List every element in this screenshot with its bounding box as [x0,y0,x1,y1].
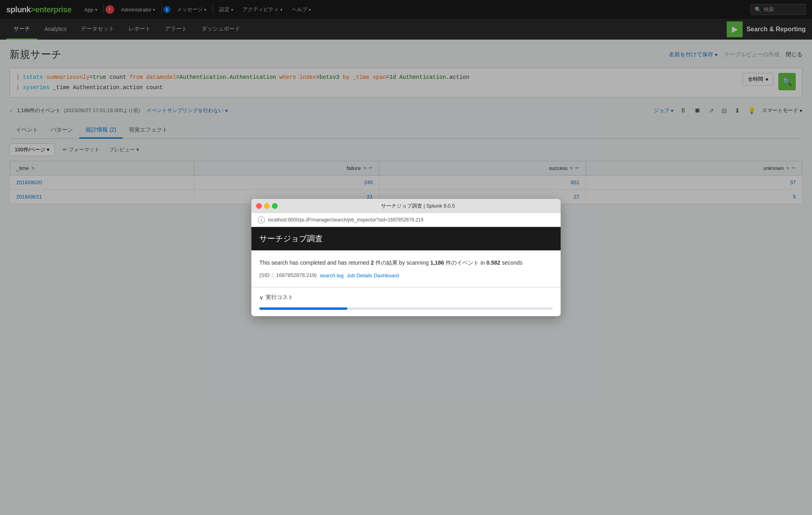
url-info-icon: i [258,216,265,223]
modal-execution-cost: ∨ 実行コスト [251,287,561,316]
modal-titlebar: サーチジョブ調査 | Splunk 9.0.5 [251,199,561,213]
modal-content: This search has completed and has return… [251,250,561,287]
progress-bar [259,307,553,310]
modal-close-button[interactable] [256,203,262,209]
modal-window: サーチジョブ調査 | Splunk 9.0.5 i localhost:8000… [251,199,561,316]
modal-title: サーチジョブ調査 | Splunk 9.0.5 [280,202,556,210]
modal-header: サーチジョブ調査 [251,227,561,250]
search-log-link[interactable]: search.log [320,273,344,278]
modal-maximize-button[interactable] [272,203,278,209]
modal-minimize-button[interactable] [264,203,270,209]
modal-url-bar: i localhost:8000/ja-JP/manager/search/jo… [251,213,561,227]
modal-url-text: localhost:8000/ja-JP/manager/search/job_… [268,217,423,223]
job-details-link[interactable]: Job Details Dashboard [347,273,399,278]
progress-fill [259,307,347,310]
execution-cost-toggle[interactable]: ∨ 実行コスト [259,294,553,301]
modal-sid-line: (SID： 1687852878.219) search.log Job Det… [259,272,553,279]
modal-overlay: サーチジョブ調査 | Splunk 9.0.5 i localhost:8000… [0,0,812,515]
modal-info-text: This search has completed and has return… [259,258,553,267]
execution-cost-chevron: ∨ [259,294,263,301]
